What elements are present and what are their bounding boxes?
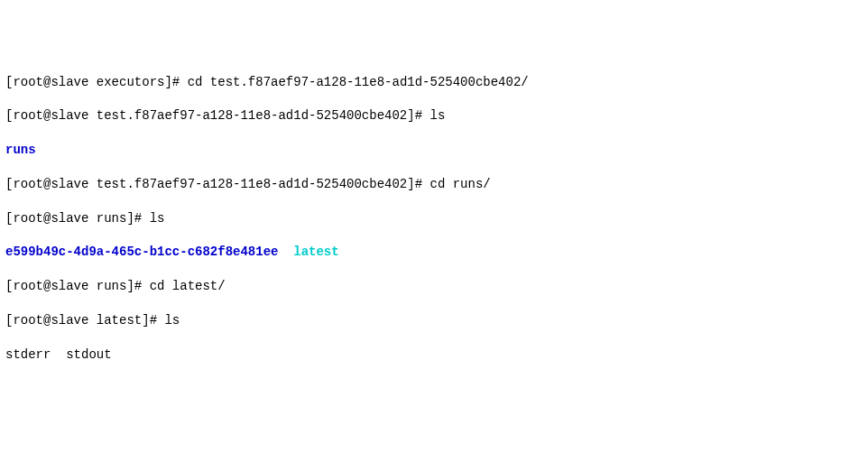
prompt: [root@slave test.f87aef97-a128-11e8-ad1d… — [5, 108, 429, 123]
directory-entry: runs — [5, 143, 36, 157]
command: ls — [164, 313, 180, 328]
prompt: [root@slave latest]# — [5, 313, 164, 328]
directory-entry: e599b49c-4d9a-465c-b1cc-c682f8e481ee — [5, 245, 278, 259]
command: cd latest/ — [150, 279, 226, 293]
prompt: [root@slave test.f87aef97-a128-11e8-ad1d… — [5, 177, 429, 191]
blank-gap — [5, 381, 863, 466]
symlink-entry: latest — [293, 245, 338, 259]
terminal-output: stderr stdout — [5, 346, 863, 364]
prompt: [root@slave runs]# — [5, 211, 150, 226]
terminal-line: [root@slave runs]# cd latest/ — [5, 278, 863, 295]
file-entry: stderr stdout — [5, 347, 112, 362]
command: ls — [429, 108, 445, 123]
prompt: [root@slave executors]# — [5, 75, 188, 89]
terminal-output: e599b49c-4d9a-465c-b1cc-c682f8e481ee lat… — [5, 244, 863, 261]
terminal-line: [root@slave runs]# ls — [5, 210, 863, 227]
command: cd runs/ — [429, 177, 490, 191]
terminal-line: [root@slave executors]# cd test.f87aef97… — [5, 74, 863, 91]
terminal-output: runs — [5, 142, 863, 159]
command: cd test.f87aef97-a128-11e8-ad1d-525400cb… — [188, 75, 529, 89]
prompt: [root@slave runs]# — [5, 279, 150, 293]
command: ls — [150, 211, 165, 226]
terminal-line: [root@slave test.f87aef97-a128-11e8-ad1d… — [5, 107, 863, 125]
terminal-line: [root@slave test.f87aef97-a128-11e8-ad1d… — [5, 176, 863, 193]
terminal-line: [root@slave latest]# ls — [5, 312, 863, 329]
